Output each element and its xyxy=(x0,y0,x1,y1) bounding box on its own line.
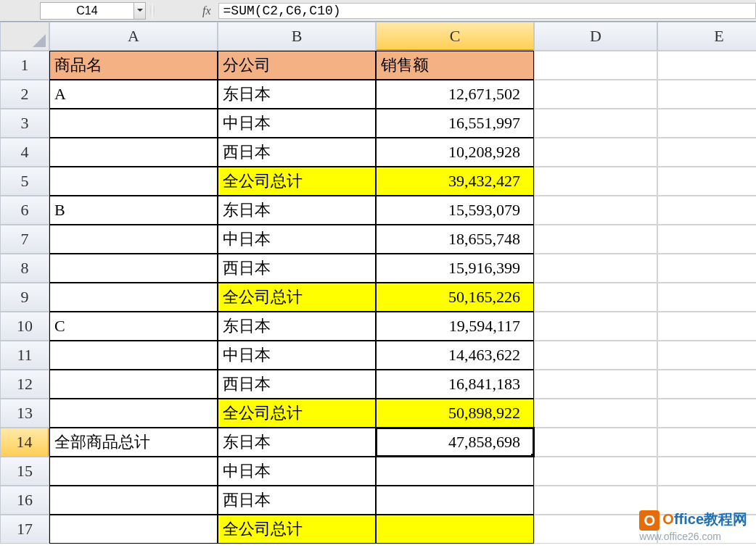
cell-E5[interactable] xyxy=(657,167,756,196)
cell-E6[interactable] xyxy=(657,196,756,225)
cell-A17[interactable] xyxy=(49,515,218,544)
cell-E1[interactable] xyxy=(657,51,756,80)
row-head-2[interactable]: 2 xyxy=(0,80,49,109)
col-head-A[interactable]: A xyxy=(49,22,218,51)
cell-A4[interactable] xyxy=(49,138,218,167)
cell-C15[interactable] xyxy=(376,457,534,486)
cell-B16[interactable]: 西日本 xyxy=(218,486,376,515)
cell-A5[interactable] xyxy=(49,167,218,196)
cell-D10[interactable] xyxy=(534,312,657,341)
cell-B10[interactable]: 东日本 xyxy=(218,312,376,341)
cell-D15[interactable] xyxy=(534,457,657,486)
row-head-13[interactable]: 13 xyxy=(0,399,49,428)
spreadsheet-grid[interactable]: A B C D E 1 商品名 分公司 销售额 2 A 东日本 12,671,5… xyxy=(0,22,756,544)
cell-D14[interactable] xyxy=(534,428,657,457)
fx-icon[interactable]: fx xyxy=(202,4,211,17)
cell-C5[interactable]: 39,432,427 xyxy=(376,167,534,196)
cell-A14[interactable]: 全部商品总计 xyxy=(49,428,218,457)
row-head-16[interactable]: 16 xyxy=(0,486,49,515)
cell-C8[interactable]: 15,916,399 xyxy=(376,254,534,283)
cell-C16[interactable] xyxy=(376,486,534,515)
cell-B8[interactable]: 西日本 xyxy=(218,254,376,283)
cell-A11[interactable] xyxy=(49,341,218,370)
cell-B3[interactable]: 中日本 xyxy=(218,109,376,138)
name-box[interactable]: C14 xyxy=(40,2,134,20)
cell-E12[interactable] xyxy=(657,370,756,399)
cell-C1[interactable]: 销售额 xyxy=(376,51,534,80)
cell-B6[interactable]: 东日本 xyxy=(218,196,376,225)
cell-E2[interactable] xyxy=(657,80,756,109)
row-head-3[interactable]: 3 xyxy=(0,109,49,138)
cell-C4[interactable]: 10,208,928 xyxy=(376,138,534,167)
cell-A16[interactable] xyxy=(49,486,218,515)
cell-E13[interactable] xyxy=(657,399,756,428)
cell-D2[interactable] xyxy=(534,80,657,109)
cell-D12[interactable] xyxy=(534,370,657,399)
cell-B4[interactable]: 西日本 xyxy=(218,138,376,167)
cell-A3[interactable] xyxy=(49,109,218,138)
cell-E15[interactable] xyxy=(657,457,756,486)
cell-A10[interactable]: C xyxy=(49,312,218,341)
cell-B11[interactable]: 中日本 xyxy=(218,341,376,370)
cell-E11[interactable] xyxy=(657,341,756,370)
cell-D11[interactable] xyxy=(534,341,657,370)
cell-A12[interactable] xyxy=(49,370,218,399)
cell-D9[interactable] xyxy=(534,283,657,312)
cell-C2[interactable]: 12,671,502 xyxy=(376,80,534,109)
cell-B15[interactable]: 中日本 xyxy=(218,457,376,486)
cell-A2[interactable]: A xyxy=(49,80,218,109)
col-head-D[interactable]: D xyxy=(534,22,657,51)
cell-D3[interactable] xyxy=(534,109,657,138)
cell-C9[interactable]: 50,165,226 xyxy=(376,283,534,312)
cell-D8[interactable] xyxy=(534,254,657,283)
cell-A13[interactable] xyxy=(49,399,218,428)
col-head-C[interactable]: C xyxy=(376,22,534,51)
cell-B5[interactable]: 全公司总计 xyxy=(218,167,376,196)
row-head-12[interactable]: 12 xyxy=(0,370,49,399)
cell-E9[interactable] xyxy=(657,283,756,312)
cell-C17[interactable] xyxy=(376,515,534,544)
cell-B9[interactable]: 全公司总计 xyxy=(218,283,376,312)
cell-B2[interactable]: 东日本 xyxy=(218,80,376,109)
cell-C6[interactable]: 15,593,079 xyxy=(376,196,534,225)
cell-A9[interactable] xyxy=(49,283,218,312)
cell-B14[interactable]: 东日本 xyxy=(218,428,376,457)
cell-E3[interactable] xyxy=(657,109,756,138)
cell-A7[interactable] xyxy=(49,225,218,254)
row-head-1[interactable]: 1 xyxy=(0,51,49,80)
cell-D1[interactable] xyxy=(534,51,657,80)
cell-C3[interactable]: 16,551,997 xyxy=(376,109,534,138)
cell-C10[interactable]: 19,594,117 xyxy=(376,312,534,341)
cell-A6[interactable]: B xyxy=(49,196,218,225)
cell-E10[interactable] xyxy=(657,312,756,341)
row-head-5[interactable]: 5 xyxy=(0,167,49,196)
row-head-6[interactable]: 6 xyxy=(0,196,49,225)
cell-A1[interactable]: 商品名 xyxy=(49,51,218,80)
cell-E4[interactable] xyxy=(657,138,756,167)
row-head-11[interactable]: 11 xyxy=(0,341,49,370)
row-head-15[interactable]: 15 xyxy=(0,457,49,486)
cell-E7[interactable] xyxy=(657,225,756,254)
row-head-10[interactable]: 10 xyxy=(0,312,49,341)
name-box-dropdown[interactable] xyxy=(134,2,146,20)
row-head-7[interactable]: 7 xyxy=(0,225,49,254)
row-head-17[interactable]: 17 xyxy=(0,515,49,544)
cell-C13[interactable]: 50,898,922 xyxy=(376,399,534,428)
cell-A8[interactable] xyxy=(49,254,218,283)
row-head-9[interactable]: 9 xyxy=(0,283,49,312)
select-all-corner[interactable] xyxy=(0,22,49,51)
cell-A15[interactable] xyxy=(49,457,218,486)
cell-C14[interactable]: 47,858,698 xyxy=(376,428,534,457)
cell-E14[interactable] xyxy=(657,428,756,457)
cell-B12[interactable]: 西日本 xyxy=(218,370,376,399)
row-head-8[interactable]: 8 xyxy=(0,254,49,283)
cell-C12[interactable]: 16,841,183 xyxy=(376,370,534,399)
cell-C11[interactable]: 14,463,622 xyxy=(376,341,534,370)
cell-D7[interactable] xyxy=(534,225,657,254)
cell-D4[interactable] xyxy=(534,138,657,167)
cell-B13[interactable]: 全公司总计 xyxy=(218,399,376,428)
cell-B17[interactable]: 全公司总计 xyxy=(218,515,376,544)
cell-D5[interactable] xyxy=(534,167,657,196)
cell-D6[interactable] xyxy=(534,196,657,225)
col-head-E[interactable]: E xyxy=(657,22,756,51)
